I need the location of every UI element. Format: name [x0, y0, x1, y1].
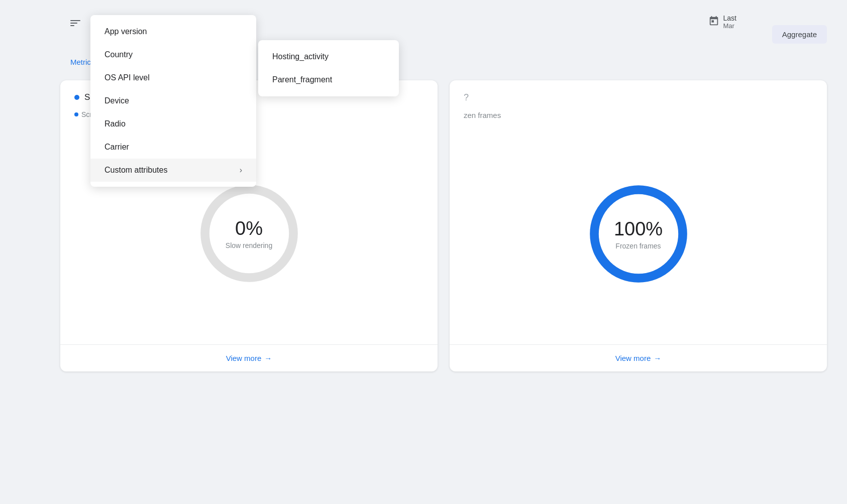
country-label: Country [104, 50, 133, 59]
parent-fragment-label: Parent_fragment [272, 75, 332, 84]
frozen-percent: 100% [614, 218, 663, 240]
calendar-area: Last Mar [708, 14, 736, 30]
carrier-label: Carrier [104, 143, 129, 152]
dropdown-item-parent-fragment[interactable]: Parent_fragment [258, 68, 399, 91]
filter-icon-area[interactable] [70, 20, 80, 26]
hosting-activity-label: Hosting_activity [272, 52, 329, 61]
custom-attributes-label: Custom attributes [104, 166, 167, 175]
dropdown-item-country[interactable]: Country [90, 43, 256, 66]
filter-icon[interactable] [70, 20, 80, 26]
aggregate-button[interactable]: Aggregate [772, 25, 827, 44]
slow-arrow-icon: → [264, 354, 272, 362]
slow-donut-label: 0% Slow rendering [226, 218, 272, 249]
screen-dot [74, 112, 78, 116]
dropdown-item-radio[interactable]: Radio [90, 112, 256, 136]
frozen-sub-label: Frozen frames [614, 242, 663, 250]
frozen-view-more-text: View more [615, 354, 651, 362]
frozen-view-more-link[interactable]: View more → [615, 354, 662, 362]
dropdown-item-carrier[interactable]: Carrier [90, 136, 256, 159]
chevron-right-icon: › [240, 166, 242, 175]
dropdown-panel-left: App version Country OS API level Device … [90, 15, 256, 187]
slow-view-more-link[interactable]: View more → [226, 354, 272, 362]
dropdown-submenu-panel: Hosting_activity Parent_fragment [258, 40, 399, 96]
dropdown-item-custom-attributes[interactable]: Custom attributes › [90, 159, 256, 182]
frozen-partial-label: zen frames [450, 111, 827, 123]
frozen-frames-card: ? zen frames 100% Frozen frames [450, 80, 827, 371]
device-label: Device [104, 96, 129, 105]
app-version-label: App version [104, 27, 147, 36]
dropdown-overlay: App version Country OS API level Device … [90, 15, 399, 187]
dropdown-item-device[interactable]: Device [90, 89, 256, 112]
frozen-arrow-icon: → [654, 354, 661, 362]
slow-percent: 0% [226, 218, 272, 239]
card-dot [74, 95, 79, 100]
last-label: Last [723, 14, 736, 22]
mar-label: Mar [723, 22, 736, 30]
slow-card-footer: View more → [60, 344, 438, 371]
frozen-icon-question: ? [464, 92, 469, 103]
frozen-donut-chart: 100% Frozen frames [583, 179, 694, 289]
frozen-donut-label: 100% Frozen frames [614, 218, 663, 250]
slow-sub-label: Slow rendering [226, 241, 272, 249]
dropdown-item-hosting-activity[interactable]: Hosting_activity [258, 45, 399, 68]
frozen-card-footer: View more → [450, 344, 827, 371]
radio-label: Radio [104, 119, 126, 129]
calendar-icon [708, 16, 719, 29]
frozen-frames-card-header: ? [450, 80, 827, 111]
os-api-level-label: OS API level [104, 73, 150, 82]
dropdown-item-app-version[interactable]: App version [90, 20, 256, 43]
slow-view-more-text: View more [226, 354, 262, 362]
frozen-label-partial-text: zen frames [464, 111, 501, 119]
dropdown-item-os-api-level[interactable]: OS API level [90, 66, 256, 89]
calendar-last-text: Last Mar [723, 14, 736, 30]
slow-donut-chart: 0% Slow rendering [194, 178, 304, 289]
frozen-card-content: 100% Frozen frames [450, 123, 827, 344]
